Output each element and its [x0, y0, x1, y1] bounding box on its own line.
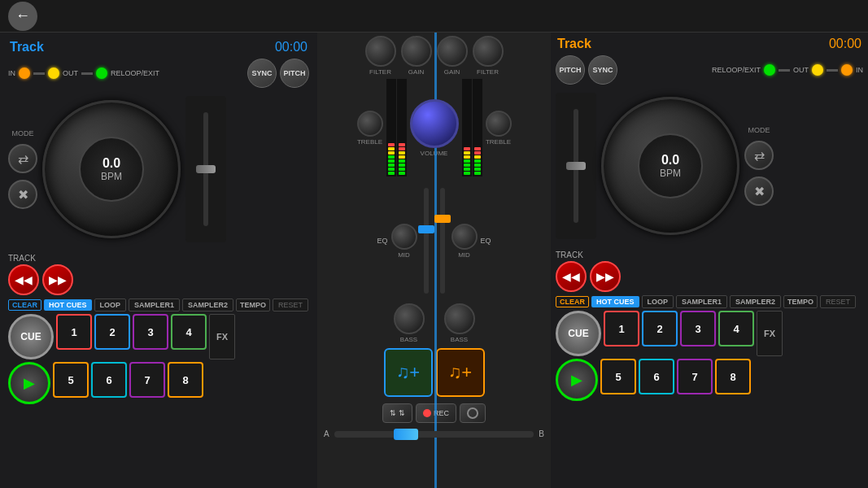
left-in-led[interactable]	[19, 68, 30, 79]
left-sync-button[interactable]: SYNC	[247, 59, 277, 88]
right-channel-fader[interactable]	[437, 188, 448, 294]
right-add-track-button[interactable]: ♫+	[436, 348, 485, 397]
right-sampler1-tab[interactable]: SAMPLER1	[676, 295, 727, 308]
left-reloop-label: RELOOP/EXIT	[111, 69, 159, 77]
left-side-buttons: MODE ⇄ ✖	[8, 129, 37, 209]
mixer-adjust-label: ⇅	[399, 409, 405, 417]
left-jog-inner: 0.0 BPM	[79, 137, 144, 202]
right-pad-1[interactable]: 1	[604, 311, 639, 346]
right-treble-knob[interactable]	[486, 111, 512, 137]
right-reloop-led[interactable]	[764, 64, 775, 76]
crossfader[interactable]	[334, 431, 534, 438]
left-channel-fader[interactable]	[421, 188, 432, 294]
left-pad-8[interactable]: 8	[168, 362, 203, 398]
left-loop-tab[interactable]: LOOP	[94, 298, 127, 312]
left-jog-area: MODE ⇄ ✖ 0.0 BPM	[3, 88, 314, 251]
left-bass-label: BASS	[400, 336, 417, 343]
cf-a-label: A	[324, 429, 329, 438]
right-clear-button[interactable]: CLEAR	[556, 296, 589, 307]
left-reset-button[interactable]: RESET	[273, 298, 308, 312]
right-in-led[interactable]	[841, 64, 853, 76]
left-fx-button[interactable]: FX	[209, 314, 235, 359]
right-pad-3[interactable]: 3	[680, 311, 716, 346]
right-mid-knob[interactable]	[451, 224, 478, 250]
right-bass-knob[interactable]	[444, 303, 475, 334]
right-pitch-track[interactable]	[574, 109, 578, 223]
left-mode-btn1[interactable]: ⇄	[8, 144, 37, 173]
right-out-label: OUT	[793, 66, 809, 74]
left-add-track-button[interactable]: ♫+	[384, 348, 433, 397]
left-pad-3[interactable]: 3	[133, 314, 168, 350]
left-prev-button[interactable]: ◀◀	[8, 264, 39, 295]
left-gain-knob[interactable]	[401, 36, 432, 67]
left-bass-knob[interactable]	[394, 303, 425, 334]
right-pad-8[interactable]: 8	[715, 359, 751, 394]
left-pad-2[interactable]: 2	[94, 314, 130, 350]
adjust-icon: ⇅	[390, 409, 396, 417]
left-hotcues-tab[interactable]: HOT CUES	[44, 299, 92, 311]
left-pitch-track[interactable]	[203, 112, 208, 226]
right-sync-button[interactable]: SYNC	[588, 55, 617, 85]
back-button[interactable]: ←	[8, 2, 37, 31]
top-bar: ←	[0, 0, 868, 33]
right-reset-button[interactable]: RESET	[820, 295, 856, 308]
right-loop-tab[interactable]: LOOP	[642, 295, 674, 308]
right-connector1	[827, 69, 838, 72]
right-jog-wheel[interactable]: 0.0 BPM	[601, 97, 739, 235]
left-pitch-handle[interactable]	[196, 165, 216, 173]
right-hotcues-tab[interactable]: HOT CUES	[591, 296, 639, 307]
left-pad-5[interactable]: 5	[53, 362, 89, 398]
right-tempo-tab[interactable]: TEMPO	[783, 295, 818, 308]
left-mode-btn2[interactable]: ✖	[8, 180, 37, 209]
left-pad-1[interactable]: 1	[56, 314, 92, 350]
cf-b-label: B	[539, 429, 544, 438]
right-pitch-handle[interactable]	[566, 162, 586, 170]
left-mid-knob[interactable]	[391, 224, 417, 250]
left-tempo-tab[interactable]: TEMPO	[236, 298, 270, 312]
right-mode-btn2[interactable]: ✖	[744, 176, 774, 206]
mixer-adjust-button[interactable]: ⇅ ⇅	[382, 403, 412, 423]
volume-knob[interactable]	[410, 99, 459, 148]
left-treble-knob[interactable]	[357, 111, 383, 137]
vu-meter-right1	[462, 79, 472, 176]
left-pad-7[interactable]: 7	[129, 362, 165, 398]
right-next-button[interactable]: ▶▶	[590, 261, 621, 292]
left-sampler1-tab[interactable]: SAMPLER1	[129, 298, 180, 312]
left-clear-button[interactable]: CLEAR	[8, 299, 41, 311]
target-button[interactable]	[460, 403, 486, 423]
right-pad-5[interactable]: 5	[600, 359, 636, 394]
right-play-button[interactable]: ▶	[556, 359, 598, 401]
left-in-label: IN	[8, 69, 15, 77]
right-pad-7[interactable]: 7	[677, 359, 713, 394]
left-filter-knob[interactable]	[365, 36, 396, 67]
right-fx-button[interactable]: FX	[757, 311, 783, 356]
left-track-section-label: TRACK	[8, 254, 309, 263]
right-prev-button[interactable]: ◀◀	[556, 261, 587, 292]
right-mid-label: MID	[458, 251, 470, 259]
left-jog-wheel[interactable]: 0.0 BPM	[42, 100, 181, 238]
left-controls-row: IN OUT RELOOP/EXIT SYNC PITCH	[3, 59, 314, 88]
right-pitch-button[interactable]: PITCH	[556, 55, 585, 85]
left-reloop-led[interactable]	[96, 68, 107, 79]
left-next-button[interactable]: ▶▶	[42, 264, 73, 295]
left-play-button[interactable]: ▶	[8, 362, 50, 404]
right-pad-6[interactable]: 6	[639, 359, 674, 394]
right-out-led[interactable]	[812, 64, 823, 76]
right-bpm-label: BPM	[660, 168, 681, 179]
left-mode-label: MODE	[12, 129, 34, 137]
right-pitch-label: PITCH	[560, 66, 582, 74]
left-pad-6[interactable]: 6	[91, 362, 127, 398]
right-sampler2-tab[interactable]: SAMPLER2	[730, 295, 781, 308]
crossfader-handle[interactable]	[394, 429, 418, 440]
right-mode-btn1[interactable]: ⇄	[744, 141, 774, 170]
right-pad-2[interactable]: 2	[642, 311, 678, 346]
left-out-led[interactable]	[48, 68, 59, 79]
right-filter-knob[interactable]	[473, 36, 504, 67]
left-pad-4[interactable]: 4	[171, 314, 207, 350]
left-cue-button[interactable]: CUE	[8, 314, 54, 359]
left-pitch-button[interactable]: PITCH	[280, 59, 309, 88]
right-pad-4[interactable]: 4	[718, 311, 754, 346]
right-cue-button[interactable]: CUE	[556, 311, 601, 356]
left-sampler2-tab[interactable]: SAMPLER2	[182, 298, 233, 312]
right-gain-knob[interactable]	[437, 36, 468, 67]
